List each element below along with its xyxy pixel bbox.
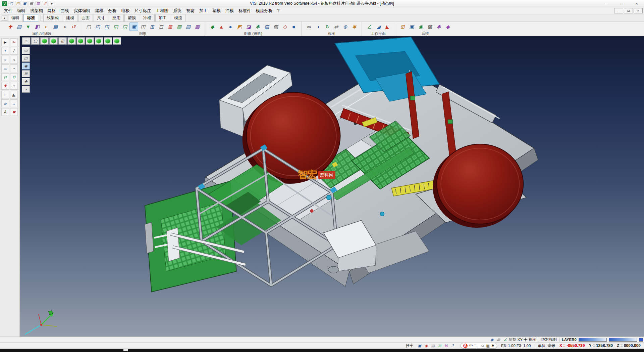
print-icon[interactable]: ▤ — [29, 1, 34, 6]
offset-icon[interactable]: ≡ — [10, 82, 18, 90]
table-icon[interactable]: ▦ — [425, 23, 434, 31]
ime-emoji-icon[interactable]: ☺ — [481, 344, 484, 348]
render-system-icon[interactable]: ◆ — [443, 23, 452, 31]
polyline-icon[interactable]: ≈ — [10, 64, 18, 72]
wireframe-view-icon[interactable]: ▢ — [84, 23, 93, 31]
printer-icon[interactable]: ▤ — [430, 343, 436, 348]
hidden-line-icon[interactable]: ◰ — [93, 23, 102, 31]
point-icon[interactable]: • — [1, 47, 9, 55]
save-file-icon[interactable]: ▣ — [22, 1, 28, 6]
trim-icon[interactable]: ✂ — [10, 38, 18, 46]
new-file-icon[interactable]: ▢ — [8, 1, 14, 6]
redraw-icon[interactable]: ▤ — [184, 23, 193, 31]
selection-filter-icon[interactable]: ◫ — [22, 55, 30, 62]
workplane-xy-icon[interactable]: ∠ — [365, 23, 374, 31]
grid-display-icon[interactable]: ⊞ — [148, 23, 156, 31]
glasses-icon[interactable]: ∞ — [305, 23, 313, 31]
visibility-filter-icon[interactable]: ◑ — [60, 23, 69, 31]
color-picker-icon[interactable]: ◐ — [42, 23, 51, 31]
tab[interactable]: 加工 — [155, 14, 170, 22]
menu-item[interactable]: 加工 — [197, 7, 210, 14]
grid-toggle-icon[interactable]: ⊞ — [495, 337, 501, 342]
reset-filter-icon[interactable]: ↺ — [69, 23, 78, 31]
layer-filter-icon[interactable]: ▩ — [51, 23, 60, 31]
record-icon[interactable]: ◉ — [416, 23, 425, 31]
selection-lock-icon[interactable]: ◉ — [423, 343, 429, 348]
mdi-close-button[interactable]: × — [634, 8, 643, 13]
menu-item[interactable]: 电极 — [119, 7, 132, 14]
hide-show-icon[interactable]: ◑ — [22, 86, 30, 93]
texture-icon[interactable]: ◩ — [235, 23, 244, 31]
pan-view-icon[interactable]: ⇄ — [332, 23, 340, 31]
circle-icon[interactable]: ○ — [1, 56, 9, 63]
snapshot-icon[interactable]: ■ — [289, 23, 298, 31]
menu-item[interactable]: 曲线 — [58, 7, 71, 14]
tab[interactable]: 建模 — [63, 14, 77, 22]
capture-icon[interactable]: ▧ — [262, 23, 271, 31]
maximize-button[interactable]: □ — [614, 0, 629, 7]
filter-elements-icon[interactable]: ▼ — [24, 23, 33, 31]
show-all-icon[interactable]: ▥ — [175, 23, 183, 31]
screen-capture-icon[interactable]: ▣ — [417, 343, 423, 348]
iso-view-cube-icon[interactable] — [86, 37, 94, 45]
sogou-logo-icon[interactable]: S — [463, 344, 468, 348]
menu-item[interactable]: 网格 — [45, 7, 58, 14]
menu-item[interactable]: 文件 — [2, 7, 15, 14]
qa-dropdown-icon[interactable]: ▾ — [49, 1, 54, 6]
undo-icon[interactable]: ↺ — [42, 1, 48, 6]
menu-item[interactable]: 尺寸标注 — [132, 7, 154, 14]
chamfer-icon[interactable]: ◣ — [10, 91, 18, 98]
iso-view-cube-icon[interactable] — [95, 37, 103, 45]
tab[interactable]: 塑膜 — [124, 14, 139, 22]
tab[interactable]: 编辑 — [8, 14, 23, 22]
viewport-3d-model[interactable] — [20, 36, 644, 337]
mdi-restore-button[interactable]: ⊡ — [624, 8, 633, 13]
erase-icon[interactable]: ✖ — [10, 108, 18, 116]
open-file-icon[interactable]: ◰ — [15, 1, 21, 6]
shadow-icon[interactable]: ● — [226, 23, 235, 31]
menu-item[interactable]: 视窗 — [184, 7, 197, 14]
workplane-align-icon[interactable]: ◢ — [374, 23, 383, 31]
menu-item[interactable]: 编辑 — [15, 7, 28, 14]
hide-entity-icon[interactable]: ⊠ — [166, 23, 174, 31]
menu-item[interactable]: 分析 — [106, 7, 119, 14]
plane-toggle-icon[interactable]: ∠ — [502, 337, 508, 342]
shaded-view-icon[interactable]: ▢ — [31, 37, 40, 45]
regen-icon[interactable]: ▦ — [193, 23, 202, 31]
line-icon[interactable]: / — [10, 47, 18, 55]
pan-icon[interactable]: ✚ — [22, 78, 30, 85]
iso-view-cube-icon[interactable] — [76, 37, 85, 45]
zoom-window-icon[interactable]: ⊞ — [22, 70, 30, 77]
menu-item[interactable]: 塑模 — [210, 7, 223, 14]
mirror-icon[interactable]: ⇄ — [1, 73, 9, 81]
snap-lock-label[interactable]: 拴牢 — [406, 343, 414, 348]
menu-item[interactable]: 标准件 — [236, 7, 254, 14]
move-icon[interactable]: ✚ — [1, 82, 9, 90]
percent-icon[interactable]: % — [443, 343, 449, 348]
tab-dropdown-icon[interactable]: ▾ — [2, 15, 7, 21]
clipboard-icon[interactable]: ▤ — [15, 23, 23, 31]
measure-icon[interactable]: ⌀ — [1, 99, 9, 107]
mdi-minimize-button[interactable]: ─ — [614, 8, 623, 13]
calculator-icon[interactable]: ⊞ — [437, 343, 443, 348]
tab[interactable]: 曲面 — [78, 14, 93, 22]
workplane-free-icon[interactable]: ◣ — [383, 23, 392, 31]
rectangle-icon[interactable]: ▭ — [1, 64, 9, 72]
dynamic-rotate-icon[interactable]: ◉ — [22, 62, 30, 70]
light-icon[interactable]: ▲ — [217, 23, 226, 31]
four-view-icon[interactable]: ⊞ — [58, 37, 67, 45]
section-view-icon[interactable]: ◫ — [139, 23, 147, 31]
menu-item[interactable]: 线架构 — [28, 7, 45, 14]
iso-view-cube-icon[interactable] — [67, 37, 76, 45]
shaded-edges-icon[interactable]: ◱ — [111, 23, 120, 31]
selection-mask-icon[interactable]: ◧ — [33, 23, 42, 31]
menu-item[interactable]: 冲模 — [223, 7, 236, 14]
rotate-icon[interactable]: ↺ — [10, 73, 18, 81]
help-icon[interactable]: ? — [450, 343, 456, 348]
iso-view-cube-icon[interactable] — [49, 37, 58, 45]
minimize-button[interactable]: ─ — [600, 0, 614, 7]
rotate-view-icon[interactable]: ↻ — [323, 23, 331, 31]
select-arrow-icon[interactable]: ► — [1, 38, 9, 46]
arc-icon[interactable]: ∩ — [10, 56, 18, 63]
plot-icon[interactable]: ▥ — [35, 1, 41, 6]
